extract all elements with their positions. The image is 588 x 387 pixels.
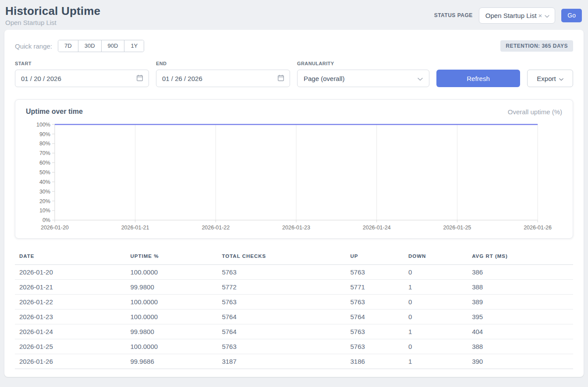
table-row: 2026-01-2499.9800576457631404 bbox=[15, 324, 573, 339]
svg-text:2026-01-24: 2026-01-24 bbox=[363, 225, 391, 231]
chart-title: Uptime over time bbox=[26, 108, 83, 116]
table-cell: 5763 bbox=[346, 265, 404, 280]
table-cell: 1 bbox=[404, 280, 468, 295]
start-date-value: 01 / 20 / 2026 bbox=[21, 75, 61, 82]
svg-text:2026-01-21: 2026-01-21 bbox=[121, 225, 149, 231]
retention-badge: RETENTION: 365 DAYS bbox=[500, 40, 573, 52]
export-label: Export bbox=[537, 75, 556, 82]
quick-range-button-30d[interactable]: 30D bbox=[78, 40, 101, 52]
svg-text:10%: 10% bbox=[39, 208, 50, 214]
refresh-button[interactable]: Refresh bbox=[436, 70, 520, 87]
table-cell: 5763 bbox=[346, 339, 404, 354]
end-label: END bbox=[156, 61, 290, 66]
table-cell: 100.0000 bbox=[126, 295, 218, 310]
svg-text:60%: 60% bbox=[39, 160, 50, 166]
table-cell: 2026-01-20 bbox=[15, 265, 126, 280]
table-cell: 99.9800 bbox=[126, 280, 218, 295]
table-cell: 395 bbox=[468, 310, 573, 324]
table-cell: 3187 bbox=[217, 354, 346, 369]
svg-text:2026-01-20: 2026-01-20 bbox=[41, 225, 69, 231]
table-cell: 0 bbox=[404, 265, 468, 280]
clear-selection-icon[interactable]: × bbox=[538, 12, 542, 19]
table-cell: 2026-01-21 bbox=[15, 280, 126, 295]
svg-text:90%: 90% bbox=[39, 131, 50, 137]
table-cell: 5771 bbox=[346, 280, 404, 295]
main-panel: Quick range: 7D30D90D1Y RETENTION: 365 D… bbox=[4, 30, 584, 377]
chevron-down-icon bbox=[545, 12, 549, 19]
svg-text:2026-01-26: 2026-01-26 bbox=[524, 225, 552, 231]
table-cell: 100.0000 bbox=[126, 310, 218, 324]
status-page-label: STATUS PAGE bbox=[434, 12, 473, 18]
table-cell: 2026-01-25 bbox=[15, 339, 126, 354]
table-row: 2026-01-2199.9800577257711388 bbox=[15, 280, 573, 295]
quick-range-button-1y[interactable]: 1Y bbox=[124, 40, 144, 52]
table-row: 2026-01-25100.0000576357630388 bbox=[15, 339, 573, 354]
page-title: Historical Uptime bbox=[5, 4, 100, 18]
svg-text:70%: 70% bbox=[39, 150, 50, 156]
go-button[interactable]: Go bbox=[561, 9, 582, 22]
svg-text:40%: 40% bbox=[39, 179, 50, 185]
column-header: DATE bbox=[15, 249, 126, 265]
table-cell: 5763 bbox=[346, 295, 404, 310]
calendar-icon[interactable] bbox=[136, 74, 143, 83]
table-cell: 100.0000 bbox=[126, 339, 218, 354]
quick-range-button-7d[interactable]: 7D bbox=[58, 40, 78, 52]
quick-range-row: Quick range: 7D30D90D1Y RETENTION: 365 D… bbox=[15, 40, 573, 52]
uptime-chart: 2026-01-202026-01-212026-01-222026-01-23… bbox=[26, 119, 562, 234]
end-date-field: END 01 / 26 / 2026 bbox=[156, 61, 290, 87]
top-bar-right: STATUS PAGE Open Startup List × Go bbox=[434, 7, 582, 24]
svg-text:20%: 20% bbox=[39, 198, 50, 204]
quick-range-button-90d[interactable]: 90D bbox=[101, 40, 124, 52]
granularity-field: GRANULARITY Page (overall) bbox=[297, 61, 429, 87]
table-body: 2026-01-20100.00005763576303862026-01-21… bbox=[15, 265, 573, 369]
filters-row: START 01 / 20 / 2026 END 01 / 26 / 2026 … bbox=[15, 61, 573, 87]
table-cell: 0 bbox=[404, 339, 468, 354]
column-header: TOTAL CHECKS bbox=[217, 249, 346, 265]
table-cell: 388 bbox=[468, 339, 573, 354]
table-cell: 0 bbox=[404, 295, 468, 310]
chevron-down-icon bbox=[559, 75, 563, 82]
start-date-input[interactable]: 01 / 20 / 2026 bbox=[15, 70, 149, 87]
end-date-input[interactable]: 01 / 26 / 2026 bbox=[156, 70, 290, 87]
chart-legend: Overall uptime (%) bbox=[508, 108, 562, 116]
table-cell: 1 bbox=[404, 324, 468, 339]
table-cell: 5763 bbox=[346, 324, 404, 339]
table-cell: 1 bbox=[404, 354, 468, 369]
table-cell: 389 bbox=[468, 295, 573, 310]
svg-text:2026-01-23: 2026-01-23 bbox=[282, 225, 310, 231]
table-cell: 2026-01-22 bbox=[15, 295, 126, 310]
page-subtitle: Open Startup List bbox=[5, 19, 100, 26]
table-cell: 5763 bbox=[217, 339, 346, 354]
table-cell: 99.9800 bbox=[126, 324, 218, 339]
status-page-select[interactable]: Open Startup List × bbox=[479, 7, 556, 24]
status-page-value: Open Startup List bbox=[485, 12, 537, 19]
table-cell: 5764 bbox=[217, 324, 346, 339]
svg-text:100%: 100% bbox=[36, 122, 50, 128]
svg-text:0%: 0% bbox=[43, 217, 50, 223]
table-cell: 5764 bbox=[346, 310, 404, 324]
granularity-select[interactable]: Page (overall) bbox=[297, 70, 429, 87]
table-cell: 3186 bbox=[346, 354, 404, 369]
svg-text:2026-01-22: 2026-01-22 bbox=[202, 225, 230, 231]
chevron-down-icon bbox=[418, 75, 423, 82]
table-cell: 404 bbox=[468, 324, 573, 339]
svg-text:50%: 50% bbox=[39, 169, 50, 176]
quick-range-label: Quick range: bbox=[15, 42, 52, 50]
granularity-value: Page (overall) bbox=[304, 75, 344, 82]
chart-card: Uptime over time Overall uptime (%) 2026… bbox=[15, 99, 573, 239]
table-cell: 5772 bbox=[217, 280, 346, 295]
column-header: UP bbox=[346, 249, 404, 265]
svg-text:2026-01-25: 2026-01-25 bbox=[443, 225, 471, 231]
table-cell: 100.0000 bbox=[126, 265, 218, 280]
table-cell: 0 bbox=[404, 310, 468, 324]
column-header: UPTIME % bbox=[126, 249, 218, 265]
table-cell: 5763 bbox=[217, 295, 346, 310]
table-cell: 5763 bbox=[217, 265, 346, 280]
export-button[interactable]: Export bbox=[527, 70, 573, 87]
table-cell: 5764 bbox=[217, 310, 346, 324]
table-cell: 99.9686 bbox=[126, 354, 218, 369]
svg-text:80%: 80% bbox=[39, 141, 50, 147]
quick-range-group: 7D30D90D1Y bbox=[58, 40, 144, 52]
calendar-icon[interactable] bbox=[277, 74, 284, 83]
table-cell: 2026-01-24 bbox=[15, 324, 126, 339]
